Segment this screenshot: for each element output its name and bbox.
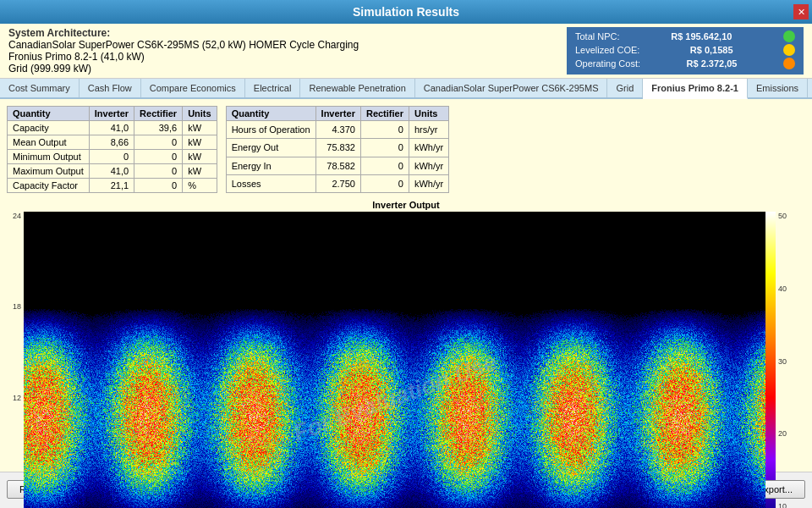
table-cell: 0 [134,135,183,150]
chart-canvas-0 [24,212,765,508]
col-header: Units [183,107,217,121]
tab-bar: Cost SummaryCash FlowCompare EconomicsEl… [0,79,812,99]
main-content: QuantityInverterRectifierUnitsCapacity41… [0,99,812,472]
table-cell: 0 [360,157,409,174]
col-header: Quantity [8,107,90,121]
chart-title-0: Inverter Output [372,200,439,210]
close-button[interactable]: ✕ [793,4,809,19]
table-cell: 41,0 [89,121,134,135]
coe-label: Levelized COE: [575,45,639,55]
table-cell: 4.370 [315,121,360,139]
table-cell: % [183,179,217,193]
table-cell: 0 [134,164,183,179]
colorbar-labels-0: 50403020100 [776,212,805,508]
table-cell: 0 [134,150,183,164]
opcost-value: R$ 2.372,05 [687,58,738,69]
colorbar-gradient-0 [765,212,776,508]
tab-electrical[interactable]: Electrical [245,79,301,97]
npc-label: Total NPC: [575,31,620,41]
chart-wrap-0: 24181260For Evaluation Use50403020100 [7,212,805,508]
table-row: Losses2.7500kWh/yr [226,174,449,192]
table-cell: 8,66 [89,135,134,150]
left-table: QuantityInverterRectifierUnitsCapacity41… [7,106,217,193]
col-header: Rectifier [360,107,409,121]
table-cell: kWh/yr [409,174,448,192]
table-cell: kW [183,164,217,179]
system-arch-label: System Architecture: [8,27,110,39]
system-info-right: Total NPC: R$ 195.642,10 Levelized COE: … [567,27,804,75]
table-cell: 0 [134,179,183,193]
opcost-indicator [783,58,795,69]
table-row: Capacity41,039,6kW [8,121,217,135]
col-header: Units [409,107,448,121]
table-row: Energy Out75.8320kWh/yr [226,139,449,157]
table-cell: Capacity [8,121,90,135]
opcost-label: Operating Cost: [575,58,640,69]
table-cell: Energy Out [226,139,315,157]
coe-indicator [783,44,795,56]
coe-value: R$ 0,1585 [690,45,733,55]
tab-compare-economics[interactable]: Compare Economics [141,79,245,97]
table-row: Minimum Output00kW [8,150,217,164]
table-row: Hours of Operation4.3700hrs/yr [226,121,449,139]
table-cell: kWh/yr [409,157,448,174]
table-cell: Energy In [226,157,315,174]
npc-indicator [783,30,795,42]
table-cell: Minimum Output [8,150,90,164]
table-cell: Maximum Output [8,164,90,179]
table-cell: 0 [360,139,409,157]
window-title: Simulation Results [353,5,459,19]
system-info-left: System Architecture: CanadianSolar Super… [8,27,550,75]
table-cell: 0 [360,121,409,139]
table-cell: kW [183,121,217,135]
title-bar: Simulation Results ✕ [0,0,812,24]
right-table: QuantityInverterRectifierUnitsHours of O… [226,106,450,193]
tables-row: QuantityInverterRectifierUnitsCapacity41… [7,106,805,193]
table-cell: Capacity Factor [8,179,90,193]
system-line-3: Grid (999.999 kW) [8,63,550,75]
table-cell: 41,0 [89,164,134,179]
npc-value: R$ 195.642,10 [671,31,732,41]
system-line-1: CanadianSolar SuperPower CS6K-295MS (52,… [8,39,550,51]
tab-cost-summary[interactable]: Cost Summary [0,79,80,97]
table-cell: 0 [89,150,134,164]
table-cell: kW [183,150,217,164]
table-cell: kWh/yr [409,139,448,157]
table-cell: 78.582 [315,157,360,174]
table-row: Mean Output8,660kW [8,135,217,150]
col-header: Quantity [226,107,315,121]
col-header: Rectifier [134,107,183,121]
chart-container-0: Inverter Output24181260For Evaluation Us… [7,200,805,508]
table-cell: kW [183,135,217,150]
table-cell: Hours of Operation [226,121,315,139]
table-row: Energy In78.5820kWh/yr [226,157,449,174]
table-row: Capacity Factor21,10% [8,179,217,193]
table-cell: Losses [226,174,315,192]
tab-grid[interactable]: Grid [607,79,643,97]
table-cell: 2.750 [315,174,360,192]
table-cell: 0 [360,174,409,192]
table-cell: Mean Output [8,135,90,150]
chart-inner-0: For Evaluation Use [24,212,765,508]
tab-renewable-penetration[interactable]: Renewable Penetration [300,79,414,97]
col-header: Inverter [315,107,360,121]
tab-emissions[interactable]: Emissions [748,79,808,97]
system-line-2: Fronius Primo 8.2-1 (41,0 kW) [8,51,550,63]
table-cell: 75.832 [315,139,360,157]
table-row: Maximum Output41,00kW [8,164,217,179]
metric-coe: Levelized COE: R$ 0,1585 [575,44,795,56]
charts-area: Inverter Output24181260For Evaluation Us… [7,200,805,508]
system-info-bar: System Architecture: CanadianSolar Super… [0,24,812,79]
table-cell: 21,1 [89,179,134,193]
metric-npc: Total NPC: R$ 195.642,10 [575,30,795,42]
tab-cash-flow[interactable]: Cash Flow [80,79,141,97]
col-header: Inverter [89,107,134,121]
metric-opcost: Operating Cost: R$ 2.372,05 [575,58,795,69]
tab-fronius-primo-82-1[interactable]: Fronius Primo 8.2-1 [643,79,748,99]
table-cell: 39,6 [134,121,183,135]
y-axis-0: 24181260 [7,212,24,508]
table-cell: hrs/yr [409,121,448,139]
tab-canadiansolar-superpower-cs6k-295ms[interactable]: CanadianSolar SuperPower CS6K-295MS [415,79,608,97]
